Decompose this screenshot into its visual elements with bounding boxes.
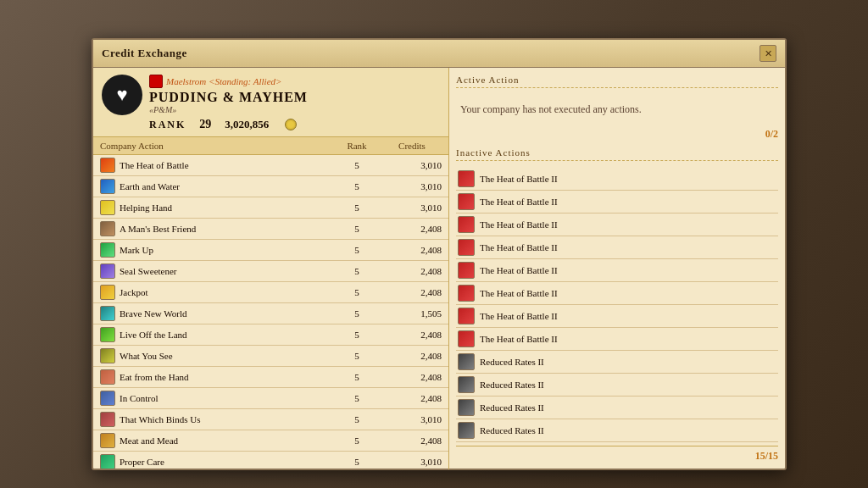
- row-credits: 2,408: [382, 330, 442, 340]
- inactive-section: Inactive Actions The Heat of Battle II T…: [456, 147, 778, 463]
- active-count-badge: 0/2: [456, 128, 778, 141]
- inactive-action-name: The Heat of Battle II: [480, 265, 558, 275]
- company-tag: «P&M»: [149, 105, 440, 114]
- row-action-name: A Man's Best Friend: [100, 221, 331, 236]
- table-row[interactable]: A Man's Best Friend 5 2,408: [93, 219, 448, 240]
- table-row[interactable]: Seal Sweetener 5 2,408: [93, 261, 448, 282]
- row-action-name: That Which Binds Us: [100, 412, 331, 427]
- table-row[interactable]: Live Off the Land 5 2,408: [93, 324, 448, 346]
- row-rank: 5: [331, 372, 382, 382]
- inactive-action-name: Reduced Rates II: [480, 425, 544, 435]
- table-row[interactable]: The Heat of Battle 5 3,010: [93, 155, 448, 176]
- inactive-action-icon: [458, 285, 475, 302]
- list-item[interactable]: Reduced Rates II: [456, 396, 778, 419]
- inactive-action-icon: [458, 262, 475, 279]
- action-label: Meat and Mead: [120, 435, 178, 446]
- inactive-action-icon: [458, 330, 475, 347]
- row-rank: 5: [331, 160, 382, 170]
- row-action-name: Jackpot: [100, 285, 331, 300]
- row-action-name: Proper Care: [100, 454, 331, 469]
- inactive-section-title: Inactive Actions: [456, 147, 778, 161]
- list-item[interactable]: The Heat of Battle II: [456, 168, 778, 191]
- action-icon: [100, 327, 115, 342]
- list-item[interactable]: Reduced Rates II: [456, 374, 778, 396]
- row-action-name: Earth and Water: [100, 179, 331, 194]
- list-item[interactable]: The Heat of Battle II: [456, 236, 778, 259]
- row-rank: 5: [331, 287, 382, 297]
- left-panel: ♥ Maelstrom <Standing: Allied> Pudding &…: [93, 68, 449, 469]
- table-row[interactable]: Brave New World 5 1,505: [93, 303, 448, 324]
- row-action-name: Meat and Mead: [100, 433, 331, 448]
- action-label: The Heat of Battle: [120, 160, 189, 170]
- inactive-action-icon: [458, 239, 475, 256]
- credit-exchange-window: Credit Exchange ✕ ♥ Maelstrom <Standing:…: [92, 38, 787, 470]
- list-item[interactable]: The Heat of Battle II: [456, 214, 778, 236]
- row-credits: 2,408: [382, 351, 442, 361]
- row-credits: 3,010: [382, 414, 442, 424]
- row-credits: 1,505: [382, 308, 442, 319]
- action-table: Company Action Rank Credits The Heat of …: [93, 137, 448, 469]
- inactive-action-icon: [458, 399, 475, 416]
- row-action-name: What You See: [100, 348, 331, 363]
- inactive-action-name: The Heat of Battle II: [480, 288, 558, 298]
- inactive-list: The Heat of Battle II The Heat of Battle…: [456, 168, 778, 446]
- list-item[interactable]: Reduced Rates II: [456, 351, 778, 374]
- table-row[interactable]: In Control 5 2,408: [93, 388, 448, 409]
- row-action-name: Brave New World: [100, 306, 331, 321]
- inactive-action-name: Reduced Rates II: [480, 380, 544, 390]
- table-row[interactable]: Mark Up 5 2,408: [93, 240, 448, 261]
- table-rows: The Heat of Battle 5 3,010 Earth and Wat…: [93, 155, 448, 469]
- row-credits: 3,010: [382, 181, 442, 191]
- table-row[interactable]: Eat from the Hand 5 2,408: [93, 367, 448, 388]
- action-icon: [100, 242, 115, 258]
- row-credits: 2,408: [382, 435, 442, 446]
- window-title: Credit Exchange: [102, 47, 187, 60]
- row-rank: 5: [331, 245, 382, 255]
- table-row[interactable]: What You See 5 2,408: [93, 346, 448, 367]
- rank-value: 29: [199, 118, 211, 131]
- list-item[interactable]: The Heat of Battle II: [456, 191, 778, 214]
- inactive-action-icon: [458, 216, 475, 233]
- action-label: Helping Hand: [120, 202, 172, 213]
- inactive-action-name: Reduced Rates II: [480, 402, 544, 413]
- table-row[interactable]: Helping Hand 5 3,010: [93, 197, 448, 219]
- row-credits: 3,010: [382, 457, 442, 467]
- list-item[interactable]: Reduced Rates II: [456, 419, 778, 442]
- row-action-name: Eat from the Hand: [100, 369, 331, 385]
- row-action-name: Mark Up: [100, 242, 331, 258]
- table-row[interactable]: Meat and Mead 5 2,408: [93, 430, 448, 452]
- total-badge: 15/15: [456, 446, 778, 463]
- row-rank: 5: [331, 457, 382, 467]
- table-row[interactable]: That Which Binds Us 5 3,010: [93, 409, 448, 430]
- list-item[interactable]: The Heat of Battle II: [456, 259, 778, 282]
- action-icon: [100, 179, 115, 194]
- heart-icon: ♥: [116, 84, 127, 106]
- right-panel: Active Action Your company has not execu…: [449, 68, 785, 469]
- action-icon: [100, 454, 115, 469]
- action-label: Proper Care: [120, 457, 164, 467]
- table-row[interactable]: Proper Care 5 3,010: [93, 452, 448, 469]
- row-action-name: Seal Sweetener: [100, 263, 331, 279]
- action-icon: [100, 263, 115, 279]
- action-label: That Which Binds Us: [120, 414, 200, 424]
- list-item[interactable]: The Heat of Battle II: [456, 328, 778, 351]
- row-rank: 5: [331, 393, 382, 403]
- list-item[interactable]: The Heat of Battle II: [456, 282, 778, 305]
- action-label: Eat from the Hand: [120, 372, 189, 382]
- action-label: Brave New World: [120, 308, 187, 319]
- row-action-name: In Control: [100, 391, 331, 406]
- table-row[interactable]: Jackpot 5 2,408: [93, 282, 448, 303]
- list-item[interactable]: The Heat of Battle II: [456, 305, 778, 328]
- no-action-text: Your company has not executed any action…: [456, 95, 778, 125]
- row-rank: 5: [331, 308, 382, 319]
- row-rank: 5: [331, 330, 382, 340]
- action-label: A Man's Best Friend: [120, 224, 196, 234]
- col-header-action: Company Action: [100, 141, 331, 151]
- action-label: Live Off the Land: [120, 330, 187, 340]
- table-row[interactable]: Earth and Water 5 3,010: [93, 176, 448, 197]
- row-credits: 2,408: [382, 224, 442, 234]
- row-rank: 5: [331, 202, 382, 213]
- close-button[interactable]: ✕: [760, 45, 776, 62]
- inactive-action-icon: [458, 308, 475, 324]
- row-rank: 5: [331, 414, 382, 424]
